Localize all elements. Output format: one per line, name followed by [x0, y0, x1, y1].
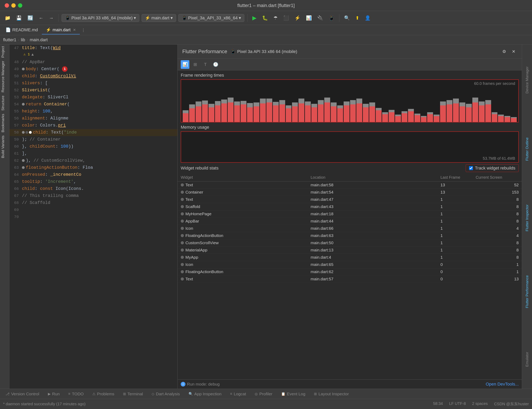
main-dart-tab[interactable]: ⚡ main.dart ✕ — [42, 26, 80, 34]
attach-button[interactable]: 🔌 — [316, 14, 325, 21]
update-button[interactable]: ⬆ — [354, 14, 361, 21]
tab-label: Event Log — [287, 392, 305, 396]
chart-icon[interactable]: 📊 — [181, 60, 189, 69]
breadcrumb-maindart[interactable]: main.dart — [30, 37, 48, 42]
right-label-flutter-performance[interactable]: Flutter Performance — [523, 272, 531, 311]
widget-stats-header: Widget rebuild stats Track widget rebuil… — [178, 163, 522, 174]
bottom-tab-version-control[interactable]: ⎇Version Control — [1, 390, 43, 398]
ui-bar — [395, 116, 401, 122]
save-button[interactable]: 💾 — [14, 14, 23, 21]
search-button[interactable]: 🔍 — [342, 14, 352, 21]
device-selector-button[interactable]: 📱 Pixel 3a API 33 x86_64 (mobile) ▾ — [62, 14, 139, 22]
bottom-tab-layout-inspector[interactable]: ⊞Layout Inspector — [310, 390, 353, 398]
sidebar-resource-label[interactable]: Resource Manager — [0, 59, 9, 94]
bottom-tab-terminal[interactable]: ⊞Terminal — [119, 390, 147, 398]
table-row[interactable]: CustomScrollView main.dart:50 1 8 — [178, 239, 522, 247]
hot-reload-button[interactable]: ⚡ — [293, 14, 302, 21]
sidebar-project-label[interactable]: Project — [0, 45, 9, 59]
table-row[interactable]: Scaffold main.dart:43 1 8 — [178, 203, 522, 210]
table-row[interactable]: Icon main.dart:65 0 1 — [178, 261, 522, 268]
tab-close-icon[interactable]: ✕ — [73, 28, 76, 32]
debug-bug-button[interactable]: 🐛 — [261, 14, 269, 21]
sync-button[interactable]: 🔄 — [26, 14, 35, 21]
table-row[interactable]: Text main.dart:58 13 52 — [178, 181, 522, 189]
tab-icon: ⚠ — [92, 392, 95, 396]
bottom-tab-dart-analysis[interactable]: ◇Dart Analysis — [148, 390, 184, 398]
profile-button[interactable]: 📊 — [304, 14, 313, 21]
ui-bar — [376, 110, 382, 122]
right-label-device-manager[interactable]: Device Manager — [523, 63, 531, 97]
bottom-tab-app-inspection[interactable]: 🔍App Inspection — [185, 390, 226, 398]
readme-tab[interactable]: 📄 README.md — [1, 26, 42, 34]
right-label-flutter-outline[interactable]: Flutter Outline — [523, 134, 531, 164]
status-left: * daemon started successfully (17 minute… — [3, 402, 86, 406]
table-row[interactable]: FloatingActionButton main.dart:63 1 4 — [178, 232, 522, 239]
tab-label: TODO — [72, 392, 84, 396]
table-row[interactable]: MyApp main.dart:4 1 8 — [178, 254, 522, 261]
stop-button[interactable]: ⬛ — [282, 14, 291, 21]
device-mirror-button[interactable]: 📱 — [327, 14, 336, 21]
frame-bar — [363, 81, 369, 122]
sidebar-bookmarks-label[interactable]: Bookmarks — [0, 112, 9, 134]
bottom-tab-profiler[interactable]: ◎Profiler — [251, 390, 276, 398]
maximize-dot[interactable] — [18, 3, 22, 8]
frame-bar — [318, 81, 324, 122]
table-row[interactable]: MaterialApp main.dart:13 1 8 — [178, 247, 522, 254]
file-selector-button[interactable]: ⚡ main.dart ▾ — [142, 14, 176, 22]
table-row[interactable]: Icon main.dart:66 1 4 — [178, 225, 522, 232]
track-rebuilds-control[interactable]: Track widget rebuilds — [466, 164, 519, 172]
track-rebuilds-checkbox[interactable] — [469, 166, 473, 170]
close-panel-icon[interactable]: ✕ — [510, 48, 517, 55]
clock-icon[interactable]: 🕐 — [211, 60, 220, 69]
widget-current-screen: 4 — [476, 226, 519, 231]
memory-chart: 53.7MB of 61.4MB — [181, 131, 519, 163]
bottom-tab-todo[interactable]: ≡TODO — [64, 390, 88, 398]
table-row[interactable]: Text main.dart:47 1 8 — [178, 196, 522, 203]
raster-bar — [215, 101, 221, 105]
run-config-button[interactable]: 📱 Pixel_3a_API_33_x86_64 ▾ — [178, 14, 244, 22]
raster-bar — [266, 99, 272, 102]
col-currentscreen: Current Screen — [476, 175, 519, 180]
sidebar-buildvariants-label[interactable]: Build Variants — [0, 134, 9, 160]
bottom-tab-problems[interactable]: ⚠Problems — [88, 390, 118, 398]
open-folder-button[interactable]: 📁 — [3, 14, 12, 21]
settings-button[interactable]: 👤 — [363, 14, 372, 21]
settings-gear-icon[interactable]: ⚙ — [501, 48, 508, 55]
open-devtools-link[interactable]: Open DevTools... — [486, 382, 519, 387]
frame-bar — [434, 81, 439, 122]
title-bar: flutter1 – main.dart [flutter1] — [0, 0, 532, 11]
table-row[interactable]: MyHomePage main.dart:18 1 8 — [178, 210, 522, 218]
bottom-tab-event-log[interactable]: 📋Event Log — [277, 390, 309, 398]
right-label-flutter-inspector[interactable]: Flutter Inspector — [523, 201, 531, 234]
widget-icon[interactable]: ⊞ — [191, 60, 200, 69]
table-row[interactable]: Text main.dart:57 0 13 — [178, 276, 522, 283]
minimize-dot[interactable] — [11, 3, 16, 8]
coverage-button[interactable]: ☂ — [272, 14, 279, 21]
run-button[interactable]: ▶ — [251, 14, 258, 22]
widget-rebuild-table: Widget Location Last Frame Current Scree… — [178, 174, 522, 380]
tab-label: Problems — [97, 392, 114, 396]
bottom-tab-logcat[interactable]: ≡Logcat — [226, 390, 250, 398]
table-row[interactable]: FloatingActionButton main.dart:62 0 1 — [178, 268, 522, 276]
ui-bar — [318, 104, 324, 122]
text-icon[interactable]: T — [201, 60, 210, 69]
table-row[interactable]: Container main.dart:54 13 153 — [178, 189, 522, 196]
track-rebuilds-label: Track widget rebuilds — [475, 166, 515, 171]
tab-icon: 📋 — [281, 392, 285, 396]
widget-location: main.dart:54 — [311, 190, 440, 195]
tab-icon: ⊞ — [123, 392, 126, 396]
bottom-tab-run[interactable]: ▶Run — [44, 390, 64, 398]
frame-bar — [266, 81, 272, 122]
breakpoint-dot-54 — [22, 103, 25, 106]
forward-button[interactable]: → — [47, 14, 55, 21]
close-dot[interactable] — [5, 3, 9, 8]
widget-last-frame: 1 — [440, 212, 476, 216]
table-row[interactable]: AppBar main.dart:44 1 8 — [178, 218, 522, 225]
frame-bar — [376, 81, 382, 122]
breadcrumb-lib[interactable]: lib — [21, 37, 25, 42]
back-button[interactable]: ← — [37, 14, 45, 21]
more-tabs-button[interactable]: ⋮ — [80, 27, 87, 33]
sidebar-structure-label[interactable]: Structure — [0, 94, 9, 112]
right-label-emulator[interactable]: Emulator — [523, 349, 531, 370]
breadcrumb-flutter1[interactable]: flutter1 — [3, 37, 16, 42]
